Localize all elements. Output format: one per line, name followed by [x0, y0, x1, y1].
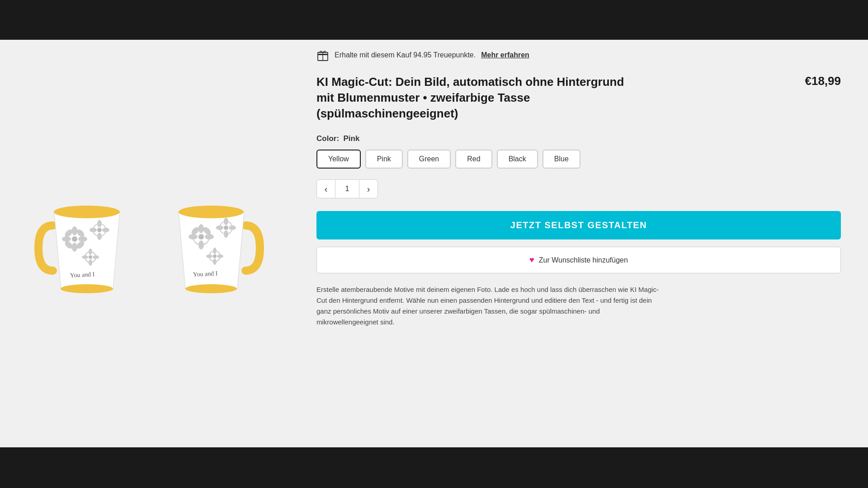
svg-point-28	[198, 234, 204, 239]
svg-text:You and I: You and I	[70, 271, 95, 279]
svg-point-20	[89, 249, 92, 255]
color-btn-yellow[interactable]: Yellow	[316, 150, 361, 169]
gift-icon	[316, 49, 329, 61]
svg-point-25	[179, 206, 244, 218]
heart-icon: ♥	[529, 255, 534, 265]
svg-point-14	[97, 220, 102, 227]
svg-text:You and I: You and I	[193, 270, 218, 278]
svg-point-44	[213, 258, 217, 265]
product-price: €18,99	[805, 74, 841, 88]
quantity-section: ‹ 1 ›	[316, 179, 841, 198]
quantity-decrease-button[interactable]: ‹	[316, 179, 335, 198]
mug-image-2: You and I	[156, 176, 274, 311]
loyalty-banner: Erhalte mit diesem Kauf 94.95 Treuepunkt…	[316, 49, 841, 61]
loyalty-text: Erhalte mit diesem Kauf 94.95 Treuepunkt…	[335, 51, 476, 59]
svg-point-16	[90, 228, 97, 232]
svg-point-30	[198, 240, 204, 249]
svg-point-42	[213, 254, 217, 258]
svg-point-26	[185, 284, 237, 293]
svg-point-13	[97, 228, 102, 232]
svg-point-17	[102, 228, 109, 232]
svg-point-31	[189, 234, 198, 239]
svg-point-45	[206, 254, 212, 258]
svg-point-29	[198, 224, 204, 233]
mug-image-1: You and I	[25, 176, 142, 311]
svg-point-4	[72, 226, 77, 235]
color-label: Color: Pink	[316, 134, 841, 143]
top-bar	[0, 0, 868, 40]
svg-point-23	[93, 255, 99, 259]
wishlist-button[interactable]: ♥ Zur Wunschliste hinzufügen	[316, 247, 841, 273]
loyalty-link[interactable]: Mehr erfahren	[481, 51, 529, 59]
product-description: Erstelle atemberaubende Motive mit deine…	[316, 284, 660, 328]
product-title: KI Magic-Cut: Dein Bild, automatisch ohn…	[316, 74, 642, 122]
svg-point-32	[205, 234, 214, 239]
color-btn-black[interactable]: Black	[497, 150, 538, 169]
svg-point-43	[213, 248, 217, 254]
main-content: You and I	[0, 40, 868, 447]
svg-point-5	[72, 243, 77, 252]
color-btn-red[interactable]: Red	[455, 150, 492, 169]
svg-point-21	[89, 259, 92, 266]
svg-point-46	[217, 254, 223, 258]
svg-point-0	[54, 206, 120, 218]
color-btn-blue[interactable]: Blue	[542, 150, 580, 169]
svg-point-38	[224, 230, 228, 238]
product-details: Erhalte mit diesem Kauf 94.95 Treuepunkt…	[298, 40, 868, 447]
svg-point-19	[89, 255, 92, 259]
selected-color-text: Pink	[344, 134, 360, 143]
svg-point-15	[97, 233, 102, 240]
bottom-bar	[0, 447, 868, 488]
svg-point-22	[82, 255, 88, 259]
color-options: Yellow Pink Green Red Black Blue	[316, 150, 841, 169]
wishlist-label: Zur Wunschliste hinzufügen	[539, 256, 628, 264]
color-section: Color: Pink Yellow Pink Green Red Black …	[316, 134, 841, 169]
svg-point-6	[62, 236, 71, 242]
product-images: You and I	[0, 40, 298, 447]
svg-point-36	[224, 225, 228, 230]
color-label-text: Color:	[316, 134, 339, 143]
quantity-increase-button[interactable]: ›	[359, 179, 378, 198]
svg-point-1	[61, 284, 113, 293]
svg-point-3	[72, 236, 77, 242]
color-btn-green[interactable]: Green	[407, 150, 451, 169]
svg-point-40	[229, 225, 236, 230]
svg-point-39	[216, 225, 223, 230]
cta-button[interactable]: JETZT SELBST GESTALTEN	[316, 211, 841, 239]
color-btn-pink[interactable]: Pink	[365, 150, 403, 169]
svg-point-37	[224, 218, 228, 225]
svg-point-7	[78, 236, 87, 242]
product-header: KI Magic-Cut: Dein Bild, automatisch ohn…	[316, 74, 841, 122]
quantity-display: 1	[335, 179, 359, 198]
